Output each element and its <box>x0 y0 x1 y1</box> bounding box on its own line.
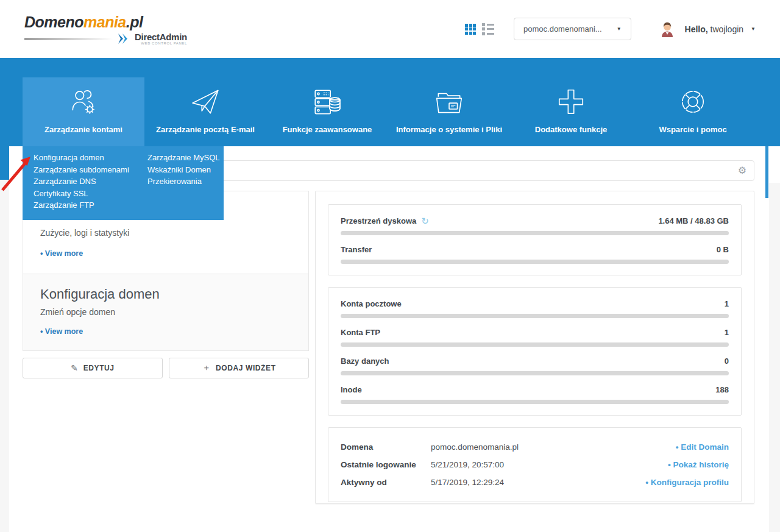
users-gear-icon <box>68 81 99 118</box>
edit-domain-link[interactable]: • Edit Domain <box>676 442 729 452</box>
directadmin-chevrons-icon <box>118 33 132 44</box>
menu-item-dns-management[interactable]: Zarządzanie DNS <box>34 176 147 188</box>
nav-label: Funkcje zaawansowane <box>283 125 372 134</box>
paper-plane-icon <box>190 81 221 118</box>
chevron-down-icon: ▼ <box>617 26 622 32</box>
stat-value: 1 <box>725 299 729 308</box>
server-database-icon <box>311 81 343 118</box>
info-label: Ostatnie logowanie <box>341 460 431 469</box>
header: Domenomania.pl DirectAdmin WEB CONTROL P… <box>0 0 780 58</box>
domain-setup-widget: Konfiguracja domen Zmień opcje domen • V… <box>23 274 309 351</box>
progress-bar <box>341 342 729 347</box>
scrollbar-thumb[interactable] <box>765 146 768 198</box>
stat-row-ftp-accounts: Konta FTP 1 <box>341 328 729 347</box>
add-widget-button[interactable]: ＋ DODAJ WIDŻET <box>169 358 309 378</box>
view-more-link[interactable]: • View more <box>40 249 83 258</box>
chevron-down-icon: ▼ <box>751 26 756 32</box>
avatar <box>659 21 675 37</box>
nav-label: Dodatkowe funkcje <box>535 125 607 134</box>
stat-row-inode: Inode 188 <box>341 385 729 404</box>
gear-icon[interactable]: ⚙ <box>738 166 746 176</box>
stat-row-email-accounts: Konta pocztowe 1 <box>341 299 729 318</box>
progress-bar <box>341 231 729 235</box>
refresh-icon[interactable]: ↻ <box>421 216 429 225</box>
stat-value: 1.64 MB / 48.83 GB <box>658 216 729 225</box>
stat-value: 1 <box>725 328 729 337</box>
domain-info-box: Domena pomoc.domenomania.pl • Edit Domai… <box>328 427 742 502</box>
stat-row-disk-space: Przestrzeń dyskowa↻ 1.64 MB / 48.83 GB <box>341 216 729 235</box>
folder-files-icon <box>433 81 465 118</box>
info-row-domain: Domena pomoc.domenomania.pl • Edit Domai… <box>341 438 729 456</box>
brand-divider-line <box>24 38 113 40</box>
edit-button[interactable]: ✎ EDYTUJ <box>23 358 163 378</box>
plus-icon: ＋ <box>202 363 211 374</box>
directadmin-wordmark: DirectAdmin <box>135 33 187 41</box>
stat-value: 0 B <box>717 245 729 254</box>
stat-label: Konta pocztowe <box>341 299 402 308</box>
nav-item-email-management[interactable]: Zarządzanie pocztą E-mail <box>144 77 266 146</box>
main-nav: Zarządzanie kontami Zarządzanie pocztą E… <box>0 58 780 146</box>
stat-row-transfer: Transfer 0 B <box>341 245 729 264</box>
nav-item-system-info-files[interactable]: Informacje o systemie i Pliki <box>388 77 510 146</box>
info-value: pomoc.domenomania.pl <box>431 442 676 452</box>
info-label: Domena <box>341 442 431 452</box>
menu-item-mysql-management[interactable]: Zarządzanie MySQL <box>147 152 224 164</box>
domain-selector[interactable]: pomoc.domenomani... ▼ <box>514 18 631 40</box>
stat-label: Konta FTP <box>341 328 380 337</box>
grid-view-icon[interactable] <box>465 24 476 35</box>
info-value: 5/21/2019, 20:57:00 <box>431 460 668 469</box>
nav-label: Wsparcie i pomoc <box>659 125 726 134</box>
menu-item-redirects[interactable]: Przekierowania <box>147 176 224 188</box>
page-gutter-right <box>769 183 780 532</box>
stat-value: 0 <box>725 356 729 366</box>
progress-bar <box>341 400 729 404</box>
view-more-link[interactable]: • View more <box>40 327 83 336</box>
show-history-link[interactable]: • Pokaż historię <box>668 460 729 469</box>
info-row-last-login: Ostatnie logowanie 5/21/2019, 20:57:00 •… <box>341 456 729 473</box>
progress-bar <box>341 260 729 264</box>
nav-item-account-management[interactable]: Zarządzanie kontami <box>23 77 144 146</box>
brand-logo[interactable]: Domenomania.pl DirectAdmin WEB CONTROL P… <box>24 13 187 45</box>
page-gutter-left <box>0 146 9 532</box>
progress-bar <box>341 314 729 318</box>
menu-item-domain-setup[interactable]: Konfiguracja domen <box>34 152 147 164</box>
widget-title: Konfiguracja domen <box>40 286 291 302</box>
info-label: Aktywny od <box>341 478 431 487</box>
pencil-icon: ✎ <box>71 363 78 373</box>
stat-value: 188 <box>715 385 729 394</box>
stat-label: Transfer <box>341 245 372 254</box>
nav-label: Zarządzanie pocztą E-mail <box>156 125 255 134</box>
stat-label: Przestrzeń dyskowa <box>341 216 416 225</box>
menu-item-subdomain-management[interactable]: Zarządzanie subdomenami <box>34 164 147 176</box>
user-menu[interactable]: Hello, twojlogin ▼ <box>659 21 756 37</box>
stat-label: Inode <box>341 385 362 394</box>
list-view-icon[interactable] <box>482 23 494 35</box>
profile-config-link[interactable]: • Konfiguracja profilu <box>645 478 729 487</box>
account-management-dropdown: Konfiguracja domen Zarządzanie subdomena… <box>23 146 224 220</box>
progress-bar <box>341 371 729 375</box>
stats-panel: Przestrzeń dyskowa↻ 1.64 MB / 48.83 GB T… <box>315 191 754 504</box>
nav-item-additional-functions[interactable]: Dodatkowe funkcje <box>510 77 632 146</box>
stat-label: Bazy danych <box>341 356 389 366</box>
info-row-active-since: Aktywny od 5/17/2019, 12:29:24 • Konfigu… <box>341 473 729 491</box>
stat-row-databases: Bazy danych 0 <box>341 356 729 375</box>
annotation-arrow <box>0 150 35 195</box>
menu-item-ssl-certificates[interactable]: Certyfikaty SSL <box>34 188 147 200</box>
plus-icon <box>555 81 587 118</box>
greeting: Hello, twojlogin <box>685 24 744 34</box>
lifebuoy-icon <box>677 81 709 118</box>
menu-item-ftp-management[interactable]: Zarządzanie FTP <box>34 199 147 211</box>
menu-item-domain-pointers[interactable]: Wskaźniki Domen <box>147 164 224 176</box>
domain-selector-value: pomoc.domenomani... <box>523 24 602 34</box>
nav-item-support-help[interactable]: Wsparcie i pomoc <box>632 77 754 146</box>
widget-subtitle: Zmień opcje domen <box>40 307 291 317</box>
nav-item-advanced-functions[interactable]: Funkcje zaawansowane <box>266 77 388 146</box>
brand-name: Domenomania.pl <box>24 13 187 31</box>
info-value: 5/17/2019, 12:29:24 <box>431 478 645 487</box>
directadmin-tagline: WEB CONTROL PANEL <box>135 41 187 45</box>
nav-label: Zarządzanie kontami <box>44 125 122 134</box>
usage-box: Przestrzeń dyskowa↻ 1.64 MB / 48.83 GB T… <box>328 204 742 275</box>
nav-label: Informacje o systemie i Pliki <box>396 125 502 134</box>
widget-subtitle: Zużycie, logi i statystyki <box>40 228 291 238</box>
limits-box: Konta pocztowe 1 Konta FTP 1 Bazy danych… <box>328 287 742 416</box>
